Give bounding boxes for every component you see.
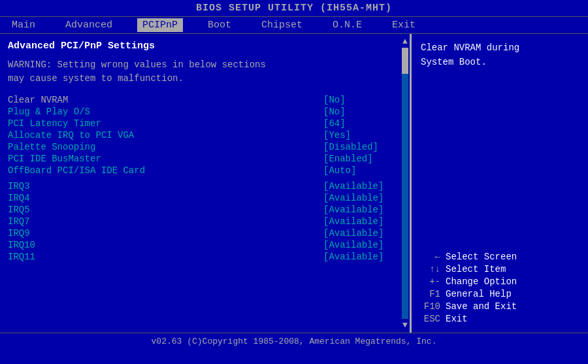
key-description: Select Item — [446, 264, 506, 274]
setting-label-4: Palette Snooping — [8, 142, 95, 152]
menu-item-o.n.e[interactable]: O.N.E — [327, 18, 367, 32]
footer: v02.63 (C)Copyright 1985-2008, American … — [0, 333, 588, 350]
main-content: Advanced PCI/PnP Settings WARNING: Setti… — [0, 34, 588, 333]
setting-label-9: IRQ5 — [8, 205, 30, 215]
setting-label-3: Allocate IRQ to PCI VGA — [8, 130, 134, 141]
key-row-F10: F10Save and Exit — [421, 301, 579, 312]
setting-value-12: [Available] — [323, 240, 402, 250]
title-text: BIOS SETUP UTILITY (IH55A-MHT) — [196, 3, 392, 14]
setting-label-1: Plug & Play O/S — [8, 107, 90, 117]
setting-row-13[interactable]: IRQ11[Available] — [8, 252, 402, 262]
key-description: General Help — [446, 289, 512, 299]
setting-value-3: [Yes] — [323, 130, 402, 141]
settings-list: Clear NVRAM[No]Plug & Play O/S[No]PCI La… — [8, 95, 402, 262]
menu-item-exit[interactable]: Exit — [387, 18, 421, 32]
setting-row-0[interactable]: Clear NVRAM[No] — [8, 95, 402, 105]
scroll-down-button[interactable]: ▼ — [402, 320, 408, 330]
setting-label-11: IRQ9 — [8, 228, 30, 239]
setting-label-5: PCI IDE BusMaster — [8, 154, 101, 164]
setting-value-5: [Enabled] — [323, 154, 402, 164]
scroll-track — [402, 48, 408, 319]
bios-title: BIOS SETUP UTILITY (IH55A-MHT) — [0, 0, 588, 16]
setting-row-3[interactable]: Allocate IRQ to PCI VGA[Yes] — [8, 130, 402, 141]
key-row-+-: +-Change Option — [421, 276, 579, 287]
left-panel: Advanced PCI/PnP Settings WARNING: Setti… — [0, 34, 412, 333]
menu-item-main[interactable]: Main — [7, 18, 41, 32]
setting-row-6[interactable]: OffBoard PCI/ISA IDE Card[Auto] — [8, 165, 402, 176]
setting-label-2: PCI Latency Timer — [8, 118, 101, 129]
setting-label-8: IRQ4 — [8, 193, 30, 203]
menu-item-advanced[interactable]: Advanced — [60, 18, 118, 32]
setting-value-6: [Auto] — [323, 165, 402, 176]
left-panel-title: Advanced PCI/PnP Settings — [8, 41, 402, 52]
key-symbol: ↑↓ — [421, 264, 440, 274]
setting-value-10: [Available] — [323, 216, 402, 227]
setting-row-1[interactable]: Plug & Play O/S[No] — [8, 107, 402, 117]
key-symbol: ← — [421, 252, 440, 262]
menu-bar: MainAdvancedPCIPnPBootChipsetO.N.EExit — [0, 16, 588, 34]
setting-row-12[interactable]: IRQ10[Available] — [8, 240, 402, 250]
key-description: Select Screen — [446, 252, 517, 262]
key-description: Save and Exit — [446, 301, 517, 312]
setting-row-8[interactable]: IRQ4[Available] — [8, 193, 402, 203]
key-help: ←Select Screen↑↓Select Item+-Change Opti… — [421, 252, 579, 326]
setting-value-11: [Available] — [323, 228, 402, 239]
setting-row-11[interactable]: IRQ9[Available] — [8, 228, 402, 239]
right-panel: Clear NVRAM duringSystem Boot. ←Select S… — [412, 34, 588, 333]
setting-label-0: Clear NVRAM — [8, 95, 68, 105]
setting-value-0: [No] — [323, 95, 402, 105]
setting-row-10[interactable]: IRQ7[Available] — [8, 216, 402, 227]
setting-value-7: [Available] — [323, 181, 402, 191]
scroll-thumb — [402, 48, 408, 74]
menu-item-boot[interactable]: Boot — [203, 18, 237, 32]
key-row-ESC: ESCExit — [421, 314, 579, 324]
setting-label-13: IRQ11 — [8, 252, 35, 262]
key-row-F1: F1General Help — [421, 289, 579, 299]
key-description: Change Option — [446, 276, 517, 287]
key-symbol: F1 — [421, 289, 440, 299]
setting-label-6: OffBoard PCI/ISA IDE Card — [8, 165, 145, 176]
setting-value-4: [Disabled] — [323, 142, 402, 152]
setting-label-10: IRQ7 — [8, 216, 30, 227]
key-symbol: F10 — [421, 301, 440, 312]
setting-value-13: [Available] — [323, 252, 402, 262]
setting-row-5[interactable]: PCI IDE BusMaster[Enabled] — [8, 154, 402, 164]
setting-row-4[interactable]: Palette Snooping[Disabled] — [8, 142, 402, 152]
key-row-←: ←Select Screen — [421, 252, 579, 262]
menu-item-pcipnp[interactable]: PCIPnP — [137, 18, 183, 32]
setting-value-1: [No] — [323, 107, 402, 117]
setting-row-9[interactable]: IRQ5[Available] — [8, 205, 402, 215]
setting-value-2: [64] — [323, 118, 402, 129]
setting-row-2[interactable]: PCI Latency Timer[64] — [8, 118, 402, 129]
key-row-↑↓: ↑↓Select Item — [421, 264, 579, 274]
key-description: Exit — [446, 314, 468, 324]
setting-value-8: [Available] — [323, 193, 402, 203]
menu-item-chipset[interactable]: Chipset — [256, 18, 308, 32]
scrollbar[interactable]: ▲ ▼ — [400, 34, 410, 333]
warning-text: WARNING: Setting wrong values in below s… — [8, 58, 402, 86]
key-symbol: +- — [421, 276, 440, 287]
setting-label-12: IRQ10 — [8, 240, 35, 250]
key-symbol: ESC — [421, 314, 440, 324]
setting-label-7: IRQ3 — [8, 181, 30, 191]
setting-value-9: [Available] — [323, 205, 402, 215]
setting-row-7[interactable]: IRQ3[Available] — [8, 181, 402, 191]
scroll-up-button[interactable]: ▲ — [402, 37, 408, 46]
help-text: Clear NVRAM duringSystem Boot. — [421, 41, 579, 70]
